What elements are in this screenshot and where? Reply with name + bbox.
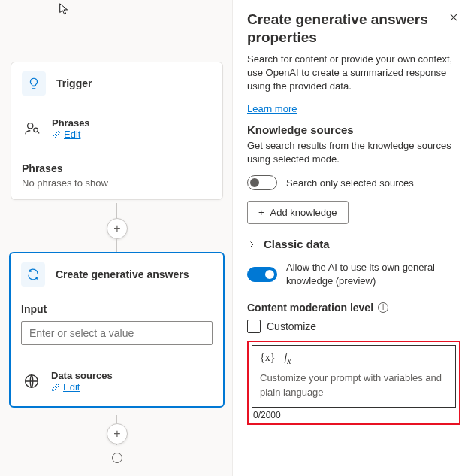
phrases-heading: Phrases	[22, 162, 212, 174]
phrases-edit-link[interactable]: Edit	[52, 129, 90, 140]
phrases-label: Phrases	[52, 117, 90, 129]
trigger-node[interactable]: Trigger Phrases Edit	[11, 62, 223, 200]
info-icon[interactable]: i	[378, 302, 388, 313]
end-node	[112, 453, 122, 463]
chevron-right-icon	[247, 240, 256, 249]
prompt-placeholder: Customize your prompt with variables and…	[260, 371, 448, 399]
globe-icon	[21, 371, 42, 392]
panel-title: Create generative answers properties	[247, 11, 447, 47]
refresh-icon	[21, 262, 45, 287]
close-icon[interactable]	[447, 11, 460, 24]
customize-checkbox[interactable]	[247, 320, 261, 333]
learn-more-link[interactable]: Learn more	[247, 103, 297, 114]
properties-panel: Create generative answers properties Sea…	[234, 0, 474, 476]
search-only-label: Search only selected sources	[286, 177, 414, 190]
svg-point-0	[28, 123, 33, 129]
prompt-highlight: {x} fx Customize your prompt with variab…	[247, 341, 460, 425]
allow-ai-label: Allow the AI to use its own general know…	[286, 261, 460, 287]
phrases-icon	[22, 118, 43, 139]
canvas-divider	[0, 32, 225, 32]
customize-label: Customize	[267, 320, 316, 332]
edit-label: Edit	[64, 129, 80, 140]
add-knowledge-label: Add knowledge	[270, 207, 337, 218]
edit-label: Edit	[63, 381, 80, 393]
mouse-cursor	[58, 2, 71, 16]
knowledge-heading: Knowledge sources	[247, 123, 460, 136]
prompt-counter: 0/2000	[252, 408, 456, 420]
gen-title: Create generative answers	[56, 268, 189, 280]
classic-data-label: Classic data	[264, 238, 330, 250]
allow-ai-toggle[interactable]	[247, 267, 277, 282]
classic-data-toggle[interactable]: Classic data	[247, 238, 460, 250]
panel-description: Search for content or provide your own c…	[247, 53, 460, 94]
data-sources-item[interactable]: Data sources Edit	[21, 365, 213, 397]
prompt-input[interactable]: {x} fx Customize your prompt with variab…	[252, 345, 456, 408]
lightbulb-icon	[22, 71, 46, 96]
input-label: Input	[21, 303, 213, 315]
moderation-label: Content moderation level	[247, 302, 373, 314]
trigger-title: Trigger	[56, 77, 92, 89]
add-knowledge-button[interactable]: + Add knowledge	[247, 201, 349, 224]
generative-answers-node[interactable]: Create generative answers Input Data sou…	[9, 252, 225, 408]
data-sources-label: Data sources	[51, 370, 113, 381]
search-only-toggle[interactable]	[247, 175, 277, 190]
input-field[interactable]	[21, 321, 213, 345]
phrases-empty: No phrases to show	[22, 177, 212, 189]
plus-icon: +	[258, 207, 264, 218]
add-node-button[interactable]: +	[107, 218, 128, 239]
connector	[116, 239, 117, 253]
data-sources-edit-link[interactable]: Edit	[51, 381, 113, 393]
add-node-button[interactable]: +	[107, 423, 128, 444]
knowledge-desc: Get search results from the knowledge so…	[247, 139, 460, 166]
phrases-item[interactable]: Phrases Edit	[22, 113, 212, 144]
variable-icon[interactable]: {x}	[260, 352, 275, 366]
formula-icon[interactable]: fx	[284, 352, 291, 366]
